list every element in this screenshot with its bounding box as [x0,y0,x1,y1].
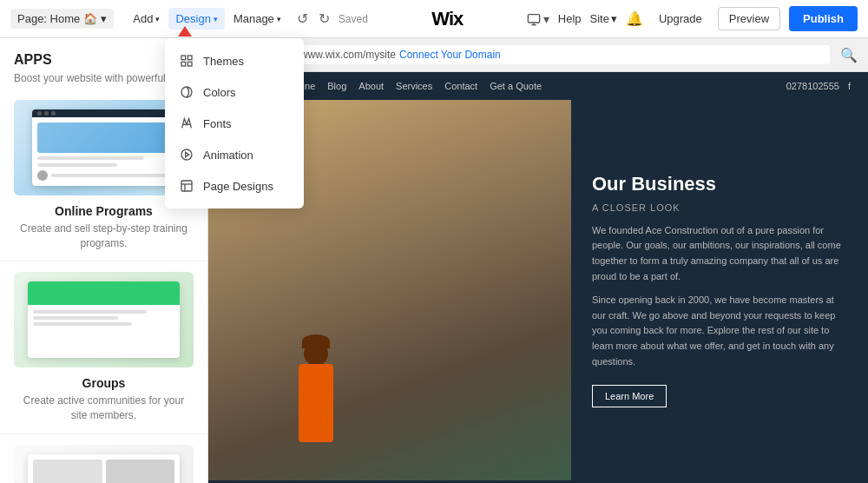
hero-text-panel: Our Business A CLOSER LOOK We founded Ac… [571,100,868,480]
themes-icon [179,53,194,69]
site-button[interactable]: Site ▾ [590,12,617,25]
undo-button[interactable]: ↺ [293,7,312,30]
redo-button[interactable]: ↻ [315,7,333,30]
animation-icon [179,147,194,162]
manage-menu-button[interactable]: Manage ▾ [227,8,288,30]
colors-label: Colors [203,86,236,99]
svg-point-9 [181,149,192,160]
mockup-name-bar [51,174,171,177]
store-item-2 [106,460,175,483]
page-selector-label: Page: Home [17,12,80,25]
mockup-image-area [37,122,171,153]
add-chevron-icon: ▾ [155,15,160,23]
facebook-icon: f [848,81,851,91]
svg-rect-0 [528,14,539,22]
page-designs-icon [179,178,194,194]
groups-bar-3 [33,322,133,326]
fonts-icon [179,116,194,131]
fonts-label: Fonts [203,117,232,130]
add-menu-button[interactable]: Add ▾ [126,8,167,30]
hero-body-2: Since opening back in 2000, we have beco… [592,293,847,369]
colors-icon [179,84,194,100]
nav-services[interactable]: Services [396,81,432,91]
groups-inner-content [28,305,181,334]
mockup-dot-1 [37,111,42,116]
page-selector[interactable]: Page: Home 🏠 ▾ [10,9,114,29]
groups-inner [28,281,181,358]
site-nav: Home Book Online Blog About Services Con… [208,72,868,100]
main-content: APPS Boost your website with powerful ap… [0,38,868,483]
svg-rect-4 [187,56,192,60]
store-mockup [14,445,194,483]
groups-bar-2 [33,316,118,320]
mockup-bar-2 [37,163,117,167]
groups-mockup [14,272,194,367]
design-colors-item[interactable]: Colors [165,76,304,108]
design-themes-item[interactable]: Themes [165,45,304,76]
chevron-down-icon: ▾ [611,12,617,25]
help-button[interactable]: Help [558,12,582,25]
mockup-content [32,117,176,186]
design-animation-item[interactable]: Animation [165,139,304,170]
design-dropdown: Themes Colors Fonts Animation [165,38,304,208]
website-preview: Home Book Online Blog About Services Con… [208,72,868,483]
groups-card[interactable]: Groups Create active communities for you… [0,261,207,434]
svg-rect-3 [181,56,186,60]
store-inner [28,454,181,483]
hero-title: Our Business [592,173,847,195]
notifications-button[interactable]: 🔔 [626,10,643,27]
mockup-header [32,109,176,117]
upgrade-button[interactable]: Upgrade [652,9,709,29]
mockup-profile [37,170,171,181]
online-store-card[interactable]: Online Store Sell your products or find … [0,434,207,483]
topbar-menu: Add ▾ Design ▾ Manage ▾ [126,8,288,30]
online-programs-screen [32,109,176,186]
svg-rect-11 [181,181,192,191]
groups-title: Groups [14,376,194,390]
svg-point-7 [181,87,192,97]
browser-search-icon[interactable]: 🔍 [840,47,858,63]
svg-rect-6 [187,62,192,66]
design-fonts-item[interactable]: Fonts [165,108,304,139]
browser-chrome: https://www.wix.com/mysite Connect Your … [208,38,868,72]
learn-more-button[interactable]: Learn More [592,385,667,407]
nav-get-a-quote[interactable]: Get a Quote [490,81,542,91]
preview-button[interactable]: Preview [718,7,780,30]
topbar-right: ▾ Help Site ▾ 🔔 Upgrade Preview Publish [527,6,858,31]
nav-about[interactable]: About [358,81,384,91]
preview-area: https://www.wix.com/mysite Connect Your … [208,38,868,483]
animation-label: Animation [203,149,253,162]
topbar-center: Wix [368,8,527,30]
publish-button[interactable]: Publish [789,6,858,31]
site-hero: Our Business A CLOSER LOOK We founded Ac… [208,100,868,480]
design-chevron-icon: ▾ [214,15,218,23]
mockup-dot-2 [44,111,49,116]
svg-rect-5 [181,62,186,66]
wix-logo: Wix [431,8,463,30]
nav-contact[interactable]: Contact [444,81,477,91]
hero-subtitle: A CLOSER LOOK [592,202,847,213]
design-arrow-indicator [178,26,192,36]
device-toggle[interactable]: ▾ [527,12,549,26]
worker-head [304,341,328,366]
groups-inner-top [28,281,181,304]
store-item-1 [33,460,102,483]
design-page-designs-item[interactable]: Page Designs [165,170,304,202]
site-nav-right: 0278102555 f [786,81,851,91]
mockup-avatar [37,170,48,181]
chevron-down-icon: ▾ [101,12,107,25]
nav-blog[interactable]: Blog [327,81,346,91]
online-programs-desc: Create and sell step-by-step training pr… [14,222,194,251]
worker-body [299,364,333,442]
online-store-image [14,445,194,483]
groups-image [14,272,194,367]
mockup-bar-1 [37,156,144,160]
undo-redo-group: ↺ ↻ [293,7,333,30]
svg-marker-10 [186,152,189,156]
hero-body-1: We founded Ace Construction out of a pur… [592,223,847,284]
topbar: Page: Home 🏠 ▾ Add ▾ Design ▾ Manage ▾ ↺… [0,0,868,38]
site-phone: 0278102555 [786,81,839,91]
connect-domain-link[interactable]: Connect Your Domain [399,49,501,61]
manage-chevron-icon: ▾ [277,15,281,23]
browser-url-bar[interactable]: https://www.wix.com/mysite Connect Your … [260,45,830,64]
